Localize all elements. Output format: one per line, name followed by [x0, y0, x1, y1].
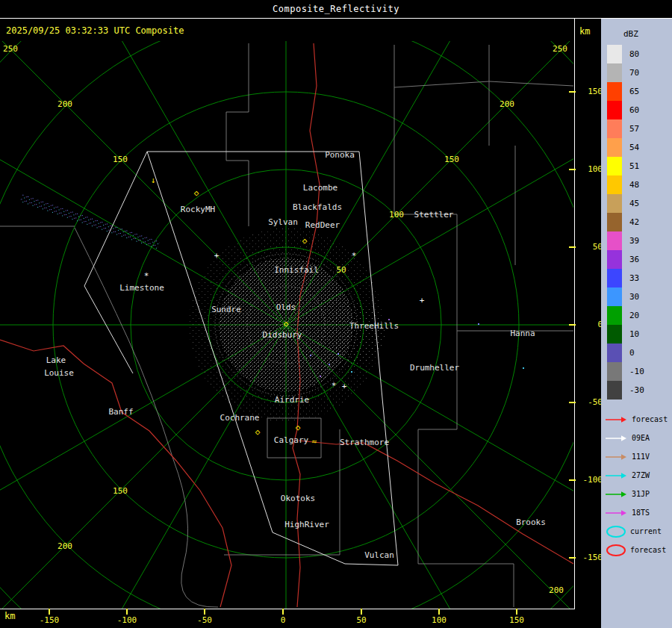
legend-track-row: 18TS [601, 503, 672, 522]
colorbar-unit-label: dBZ [623, 29, 672, 39]
colorbar-entry: 39 [601, 231, 672, 250]
colorbar-entry: -10 [601, 362, 672, 381]
tick-mark [282, 609, 284, 615]
colorbar-swatch [607, 231, 622, 250]
tick-label: 100 [577, 164, 603, 174]
colorbar-swatch [607, 175, 622, 194]
storm-ellipse-icon [606, 526, 626, 538]
tick-label: -50 [577, 397, 603, 407]
tick-mark [361, 609, 362, 615]
clutter-echoes [189, 228, 385, 422]
tick-label: 150 [577, 87, 603, 96]
colorbar-value: 33 [629, 273, 639, 283]
colorbar-swatch [607, 119, 622, 138]
colorbar-value: 36 [629, 255, 639, 264]
colorbar-entry: 65 [601, 82, 672, 101]
tick-mark [438, 609, 440, 615]
colorbar-swatch [607, 343, 622, 362]
colorbar-value: -10 [629, 367, 644, 376]
tick-label: -50 [188, 615, 221, 625]
colorbar-value: 0 [629, 348, 635, 358]
map-bottom-border [0, 609, 575, 609]
colorbar-value: 80 [629, 49, 639, 59]
legend-track-row: 111V [601, 447, 672, 466]
colorbar-entry: -30 [601, 381, 672, 400]
colorbar-swatch [607, 306, 622, 325]
colorbar-value: 30 [629, 292, 639, 302]
colorbar-swatch [607, 82, 622, 101]
colorbar-swatch [607, 63, 622, 82]
colorbar-entry: 51 [601, 157, 672, 175]
legend-track-row: 09EA [601, 429, 672, 447]
colorbar-entry: 70 [601, 63, 672, 82]
radar-viewer-window: Composite_Reflectivity 2025/09/25 03:32:… [0, 0, 672, 628]
legend-track-row: forecast [601, 410, 672, 429]
storm-ellipse-icon [606, 544, 626, 556]
colorbar-value: 60 [629, 105, 639, 115]
tick-label: 150 [500, 615, 533, 625]
colorbar-swatch [607, 362, 622, 381]
colorbar-value: -30 [629, 385, 644, 395]
tick-mark [516, 609, 517, 615]
tick-mark [49, 609, 50, 615]
track-arrow-icon [605, 435, 627, 442]
colorbar-value: 42 [629, 217, 639, 227]
colorbar-value: 70 [629, 68, 639, 78]
tick-label: 50 [345, 615, 378, 625]
timestamp-label: 2025/09/25 03:32:33 UTC Composite [6, 25, 184, 36]
colorbar-swatch [607, 157, 622, 175]
track-legend: forecast 09EA 111V [601, 410, 672, 522]
legend-ellipse-row: current [601, 522, 672, 541]
radar-map-canvas[interactable] [0, 41, 573, 609]
title-bar: Composite_Reflectivity [0, 0, 672, 19]
echo-streak [19, 193, 160, 249]
colorbar-swatch [607, 325, 622, 343]
track-arrow-icon [605, 472, 627, 479]
colorbar-swatch [607, 101, 622, 119]
colorbar-entry: 45 [601, 194, 672, 213]
tick-mark [126, 609, 128, 615]
colorbar-entry: 10 [601, 325, 672, 343]
colorbar-value: 10 [629, 329, 639, 339]
track-arrow-icon [605, 491, 627, 498]
map-right-border [574, 19, 575, 609]
colorbar-entry: 33 [601, 269, 672, 287]
colorbar-swatch [607, 287, 622, 306]
legend-ellipse-row: forecast [601, 541, 672, 559]
colorbar-entry: 80 [601, 45, 672, 63]
colorbar-swatch [607, 250, 622, 269]
track-label: 18TS [632, 509, 650, 517]
tick-label: -150 [33, 615, 66, 625]
colorbar-swatch [607, 213, 622, 231]
colorbar-swatch [607, 138, 622, 157]
colorbar-value: 54 [629, 143, 639, 152]
colorbar-entry: 57 [601, 119, 672, 138]
track-label: 09EA [632, 434, 650, 442]
colorbar-value: 48 [629, 180, 639, 190]
track-label: 31JP [632, 490, 650, 498]
colorbar-swatch [607, 381, 622, 400]
colorbar-entry: 0 [601, 343, 672, 362]
window-title: Composite_Reflectivity [273, 4, 399, 14]
track-arrow-icon [605, 416, 627, 423]
legend-track-row: 27ZW [601, 466, 672, 485]
tick-label: 100 [423, 615, 455, 625]
colorbar-entry: 36 [601, 250, 672, 269]
colorbar-value: 39 [629, 236, 639, 246]
track-label: 111V [632, 453, 650, 461]
colorbar-entry: 20 [601, 306, 672, 325]
ellipse-label: forecast [630, 546, 666, 554]
tick-label: 0 [267, 615, 299, 625]
km-unit-bottom-left: km [4, 611, 15, 621]
colorbar-value: 20 [629, 311, 639, 320]
track-label: 27ZW [632, 471, 650, 479]
track-arrow-icon [605, 509, 627, 517]
colorbar-swatch [607, 269, 622, 287]
ellipse-label: current [630, 527, 662, 535]
colorbar-entry: 60 [601, 101, 672, 119]
sidebar-panel: dBZ 80 70 65 60 57 [601, 19, 672, 628]
colorbar-entry: 30 [601, 287, 672, 306]
colorbar: 80 70 65 60 57 54 51 [601, 45, 672, 400]
colorbar-entry: 48 [601, 175, 672, 194]
track-label: forecast [632, 415, 668, 423]
